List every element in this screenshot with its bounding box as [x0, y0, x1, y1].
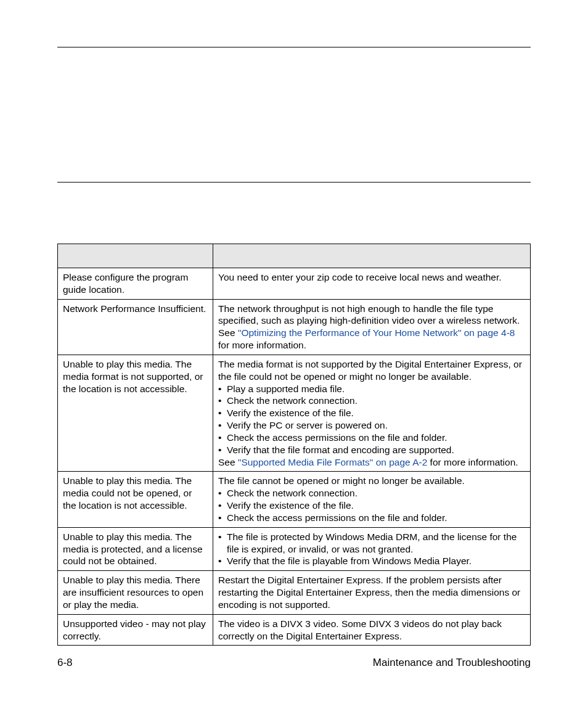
bullet-item: Check the network connection.: [218, 487, 525, 499]
text-run: for more information.: [218, 340, 306, 350]
description-cell: The network throughput is not high enoug…: [213, 299, 531, 355]
description-text: The file cannot be opened or might no lo…: [218, 475, 525, 487]
table-header-row: [58, 244, 531, 268]
table-row: Unable to play this media. The media for…: [58, 355, 531, 471]
description-text: The network throughput is not high enoug…: [218, 303, 525, 351]
bullet-item: Check the network connection.: [218, 395, 525, 407]
message-cell: Unable to play this media. The media cou…: [58, 472, 213, 527]
text-run: The media format is not supported by the…: [218, 359, 522, 382]
description-text: The media format is not supported by the…: [218, 358, 525, 383]
text-run: for more information.: [427, 457, 518, 467]
text-run: Restart the Digital Entertainer Express.…: [218, 575, 520, 610]
message-cell: Unsupported video - may not play correct…: [58, 614, 213, 646]
description-text: The video is a DIVX 3 video. Some DIVX 3…: [218, 618, 525, 642]
bullet-item: Verify that the file format and encoding…: [218, 444, 525, 456]
message-cell: Unable to play this media. The media is …: [58, 527, 213, 570]
description-cell: The video is a DIVX 3 video. Some DIVX 3…: [213, 614, 531, 646]
table-row: Unable to play this media. The media is …: [58, 527, 531, 570]
description-cell: Restart the Digital Entertainer Express.…: [213, 571, 531, 614]
bullet-list: Check the network connection.Verify the …: [218, 487, 525, 523]
cross-reference-link[interactable]: "Optimizing the Performance of Your Home…: [238, 327, 515, 338]
bullet-item: Verify the existence of the file.: [218, 407, 525, 419]
text-run: You need to enter your zip code to recei…: [218, 272, 502, 282]
message-cell: Unable to play this media. The media for…: [58, 355, 213, 471]
page-number: 6-8: [57, 657, 73, 669]
col-header-message: [58, 244, 213, 268]
subheader-rule: [57, 182, 531, 183]
document-page: Please configure the program guide locat…: [0, 0, 588, 706]
bullet-item: Verify that the file is playable from Wi…: [218, 555, 525, 567]
message-cell: Unable to play this media. There are ins…: [58, 571, 213, 614]
page-footer: 6-8 Maintenance and Troubleshooting: [57, 657, 531, 669]
description-cell: The media format is not supported by the…: [213, 355, 531, 471]
cross-reference-link[interactable]: "Supported Media File Formats" on page A…: [238, 457, 427, 467]
table-row: Network Performance Insufficient.The net…: [58, 299, 531, 355]
text-run: The file cannot be opened or might no lo…: [218, 475, 465, 486]
bullet-item: Play a supported media file.: [218, 383, 525, 395]
col-header-description: [213, 244, 531, 268]
description-text: See "Supported Media File Formats" on pa…: [218, 456, 525, 469]
bullet-item: Check the access permissions on the file…: [218, 432, 525, 444]
text-run: See: [218, 457, 238, 467]
description-text: Restart the Digital Entertainer Express.…: [218, 574, 525, 610]
bullet-item: The file is protected by Windows Media D…: [218, 531, 525, 556]
bullet-item: Verify the existence of the file.: [218, 499, 525, 512]
table-row: Unsupported video - may not play correct…: [58, 614, 531, 646]
description-text: You need to enter your zip code to recei…: [218, 271, 525, 284]
bullet-item: Verify the PC or server is powered on.: [218, 419, 525, 432]
header-rule: [57, 47, 531, 47]
section-title: Maintenance and Troubleshooting: [373, 657, 531, 669]
message-cell: Please configure the program guide locat…: [58, 268, 213, 300]
table-row: Unable to play this media. The media cou…: [58, 472, 531, 527]
table-row: Please configure the program guide locat…: [58, 268, 531, 300]
text-run: The video is a DIVX 3 video. Some DIVX 3…: [218, 618, 502, 641]
bullet-list: Play a supported media file.Check the ne…: [218, 383, 525, 456]
description-cell: The file cannot be opened or might no lo…: [213, 472, 531, 527]
message-cell: Network Performance Insufficient.: [58, 299, 213, 355]
table-row: Unable to play this media. There are ins…: [58, 571, 531, 614]
description-cell: The file is protected by Windows Media D…: [213, 527, 531, 570]
bullet-list: The file is protected by Windows Media D…: [218, 531, 525, 567]
main-content: Please configure the program guide locat…: [57, 244, 531, 646]
bullet-item: Check the access permissions on the file…: [218, 512, 525, 524]
error-messages-table: Please configure the program guide locat…: [57, 244, 531, 646]
description-cell: You need to enter your zip code to recei…: [213, 268, 531, 300]
